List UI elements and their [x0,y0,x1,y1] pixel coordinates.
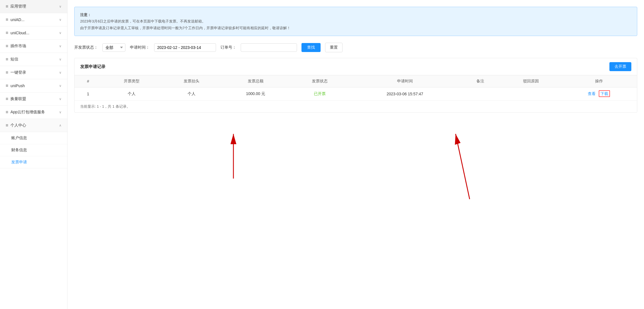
card-title: 发票申请记录 [80,64,105,69]
sidebar-sub-item-finance-info[interactable]: 财务信息 [0,144,67,156]
filter-time-label: 申请时间： [130,45,150,50]
filter-row: 开发票状态： 全部 已开票 待审核 已驳回 申请时间： 订单号： 查找 重置 [74,43,637,52]
col-header-remark: 备注 [460,75,501,87]
notice-title: 注意： [80,13,91,17]
sidebar-label-sms: 短信 [10,57,18,62]
menu-icon-uniCloud: ≡ [6,30,8,35]
notice-line-1: 2023年3月6日之后申请的发票，可在本页面中下载电子发票。不再发送邮箱。 [80,19,206,23]
chevron-icon-uniPush: ∨ [59,84,62,88]
open-invoice-button[interactable]: 去开票 [609,62,631,71]
table-row: 1 个人 个人 1000.00 元 已开票 2023-03-06 15:57:4… [75,87,637,101]
sidebar-item-uniAD[interactable]: ≡ uniAD... ∨ [0,13,67,26]
invoice-table: # 开票类型 发票抬头 发票总额 发票状态 申请时间 备注 驳回原因 操作 1 … [75,75,637,101]
reset-button[interactable]: 重置 [325,43,343,52]
sidebar-sub-label-invoice-apply: 发票申请 [11,160,27,164]
sidebar-label-uniCloud: uniCloud... [10,31,29,35]
sidebar-label-exchange-alliance: 换量联盟 [10,96,26,102]
col-header-invoice-type: 开票类型 [102,75,161,87]
menu-icon-uniAD: ≡ [6,17,8,22]
sidebar-item-app-management[interactable]: ≡ 应用管理 ∨ [0,0,67,13]
col-header-apply-time: 申请时间 [350,75,460,87]
notice-box: 注意： 2023年3月6日之后申请的发票，可在本页面中下载电子发票。不再发送邮箱… [74,7,637,36]
chevron-icon-app-management: ∨ [59,4,62,8]
chevron-icon-one-click-login: ∨ [59,71,62,75]
notice-line-2: 由于开票申请及订单记录需人工审核，开票申请处理时间一般为7个工作日内，开票申请记… [80,26,291,30]
menu-icon-uniPush: ≡ [6,83,8,88]
sidebar-item-sms[interactable]: ≡ 短信 ∨ [0,53,67,66]
cell-index: 1 [75,87,102,101]
svg-line-3 [456,134,470,199]
chevron-icon-plugin-market: ∨ [59,44,62,48]
sidebar-label-app-cloud-pack: App云打包增值服务 [10,110,45,115]
status-badge: 已开票 [314,91,326,96]
sidebar-item-uniCloud[interactable]: ≡ uniCloud... ∨ [0,26,67,40]
menu-icon-app-cloud-pack: ≡ [6,110,8,115]
sidebar-item-plugin-market[interactable]: ≡ 插件市场 ∨ [0,40,67,53]
filter-order-label: 订单号： [220,45,236,50]
pagination-note: 当前显示: 1 - 1，共 1 条记录。 [75,101,637,112]
sidebar-item-exchange-alliance[interactable]: ≡ 换量联盟 ∨ [0,93,67,106]
cell-status: 已开票 [290,87,350,101]
sidebar-sub-item-account-info[interactable]: 账户信息 [0,132,67,144]
filter-status-label: 开发票状态： [74,45,98,50]
menu-icon-plugin-market: ≡ [6,44,8,49]
filter-time-input[interactable] [154,43,216,52]
col-header-reject-reason: 驳回原因 [501,75,561,87]
chevron-icon-app-cloud-pack: ∨ [59,110,62,114]
chevron-icon-exchange-alliance: ∨ [59,97,62,101]
chevron-icon-sms: ∨ [59,57,62,61]
sidebar-item-personal-center[interactable]: ≡ 个人中心 ∧ [0,119,67,132]
sidebar-label-plugin-market: 插件市场 [10,44,26,49]
chevron-icon-uniCloud: ∨ [59,31,62,35]
cell-remark [460,87,501,101]
cell-action: 查看 下载 [561,87,637,101]
invoice-table-card: 发票申请记录 去开票 # 开票类型 发票抬头 发票总额 发票状态 申请时间 备注… [74,58,637,113]
col-header-invoice-title: 发票抬头 [161,75,221,87]
filter-status-select[interactable]: 全部 已开票 待审核 已驳回 [102,43,125,52]
sidebar-item-app-cloud-pack[interactable]: ≡ App云打包增值服务 ∨ [0,106,67,119]
cell-invoice-type: 个人 [102,87,161,101]
cell-reject-reason [501,87,561,101]
cell-apply-time: 2023-03-06 15:57:47 [350,87,460,101]
chevron-icon-uniAD: ∨ [59,18,62,22]
sidebar-label-one-click-login: 一键登录 [10,70,26,75]
menu-icon-sms: ≡ [6,57,8,62]
sidebar-sub-item-invoice-apply[interactable]: 发票申请 [0,156,67,168]
col-header-total-amount: 发票总额 [221,75,290,87]
cell-total-amount: 1000.00 元 [221,87,290,101]
sidebar-sub-label-account-info: 账户信息 [11,136,27,140]
sidebar-label-app-management: 应用管理 [10,4,26,9]
cell-invoice-title: 个人 [161,87,221,101]
sidebar: ≡ 应用管理 ∨ ≡ uniAD... ∨ ≡ uniCloud... ∨ ≡ … [0,0,67,309]
sidebar-sub-label-finance-info: 财务信息 [11,148,27,152]
card-header: 发票申请记录 去开票 [75,58,637,75]
sidebar-label-uniAD: uniAD... [10,17,24,22]
sidebar-item-uniPush[interactable]: ≡ uniPush ∨ [0,79,67,93]
action-download-link[interactable]: 下载 [599,90,610,97]
menu-icon-exchange-alliance: ≡ [6,96,8,102]
filter-order-input[interactable] [241,43,297,52]
table-header-row: # 开票类型 发票抬头 发票总额 发票状态 申请时间 备注 驳回原因 操作 [75,75,637,87]
col-header-action: 操作 [561,75,637,87]
menu-icon-personal-center: ≡ [6,123,8,128]
main-content: 注意： 2023年3月6日之后申请的发票，可在本页面中下载电子发票。不再发送邮箱… [67,0,644,309]
sidebar-label-personal-center: 个人中心 [10,123,26,128]
search-button[interactable]: 查找 [301,43,321,52]
menu-icon-one-click-login: ≡ [6,70,8,75]
menu-icon-app-management: ≡ [6,4,8,9]
chevron-icon-personal-center: ∧ [59,123,62,127]
sidebar-item-one-click-login[interactable]: ≡ 一键登录 ∨ [0,66,67,79]
action-view-link[interactable]: 查看 [588,91,596,96]
sidebar-label-uniPush: uniPush [10,84,25,88]
col-header-index: # [75,75,102,87]
col-header-status: 发票状态 [290,75,350,87]
